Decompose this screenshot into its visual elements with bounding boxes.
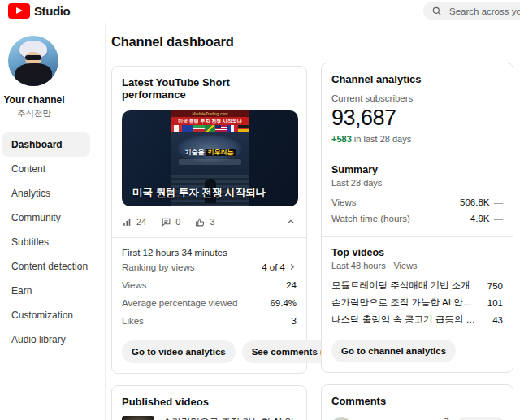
flags-row [171, 125, 249, 132]
search-bar[interactable] [423, 2, 520, 20]
sidebar-menu: Dashboard Content Analytics Community Su… [0, 132, 105, 352]
channel-analytics-card: Channel analytics Current subscribers 93… [321, 63, 514, 373]
published-video-row: 손가락만으로 조작 가능한 AI 안경의 미래 100 0 4 [122, 416, 297, 420]
sidebar-item-subtitles[interactable]: Subtitles [2, 230, 90, 254]
your-channel-label: Your channel [0, 94, 68, 106]
search-icon [431, 6, 443, 17]
top-video-row[interactable]: 모듈트레이딩 주식매매 기법 소개750 [332, 277, 503, 294]
youtube-play-icon [8, 3, 30, 19]
top-videos-title: Top videos [332, 247, 503, 258]
subscriber-delta: +583 in last 28 days [332, 134, 503, 144]
main-content: Channel dashboard Latest YouTube Short p… [106, 23, 520, 420]
go-to-video-analytics-button[interactable]: Go to video analytics [122, 340, 236, 363]
subscriber-count: 93,687 [332, 106, 503, 131]
published-video-thumbnail[interactable] [122, 416, 154, 420]
latest-short-card: Latest YouTube Short performance ModuleT… [111, 66, 307, 374]
sidebar-item-earn[interactable]: Earn [2, 279, 90, 303]
short-stats-row: 24 0 3 [122, 216, 297, 227]
summary-period: Last 28 days [332, 178, 503, 188]
summary-title: Summary [332, 164, 503, 175]
sidebar-item-customization[interactable]: Customization [2, 303, 90, 327]
top-video-row[interactable]: 손가락만으로 조작 가능한 AI 안경의 미래101 [332, 294, 503, 311]
page-title: Channel dashboard [111, 34, 307, 50]
short-card-title: Latest YouTube Short performance [122, 76, 297, 101]
sidebar-item-analytics[interactable]: Analytics [2, 181, 90, 206]
commenter-avatar[interactable] [332, 417, 351, 420]
comments-title: Comments [332, 395, 503, 407]
metric-views: Views24 [122, 276, 297, 293]
short-views: 24 [136, 217, 146, 227]
brand-text: Studio [34, 4, 70, 18]
sidebar-item-audio-library[interactable]: Audio library [2, 327, 90, 352]
views-chart-icon [122, 217, 132, 227]
top-video-row[interactable]: 나스닥 출렁임 속 콩고기 급등의 비밀43 [332, 311, 503, 328]
sidebar-item-content[interactable]: Content [2, 157, 90, 181]
trend-flat-icon: — [494, 214, 504, 223]
comments-card: Comments @babytalent1448 · 7 hours ago H… [321, 384, 514, 420]
search-input[interactable] [449, 6, 520, 16]
trend-flat-icon: — [494, 197, 504, 207]
chevron-right-icon [288, 262, 297, 271]
channel-analytics-title: Channel analytics [332, 73, 503, 85]
metric-likes: Likes3 [122, 312, 297, 329]
sidebar-item-community[interactable]: Community [2, 206, 90, 230]
summary-row-watch-time: Watch time (hours) 4.9K — [332, 210, 503, 227]
thumbs-up-icon [195, 217, 206, 227]
youtube-studio-logo[interactable]: Studio [8, 3, 70, 19]
published-video-title[interactable]: 손가락만으로 조작 가능한 AI 안경의 미래 [162, 416, 297, 420]
current-subscribers-label: Current subscribers [332, 93, 503, 103]
comment-time: · 7 hours ago [438, 417, 462, 420]
metric-ranking[interactable]: Ranking by views 4 of 4 [122, 258, 297, 275]
sidebar-item-content-detection[interactable]: Content detection [2, 254, 90, 279]
sidebar: Your channel 주식전망 Dashboard Content Anal… [0, 23, 106, 420]
channel-avatar[interactable] [8, 36, 58, 86]
go-to-channel-analytics-button[interactable]: Go to channel analytics [332, 340, 456, 362]
short-likes: 3 [210, 217, 214, 227]
short-comments: 0 [176, 217, 180, 227]
top-bar: Studio [0, 0, 520, 23]
top-videos-period: Last 48 hours · Views [332, 261, 503, 271]
channel-name: 주식전망 [0, 108, 68, 119]
thumbnail-headline: 미국 퀀텀 투자 전쟁 시작되나 [132, 186, 266, 200]
published-videos-card: Published videos 손가락만으로 조작 가능한 AI 안경의 미래… [111, 385, 307, 420]
first-hours-label: First 12 hours 34 minutes [122, 248, 297, 258]
divider [322, 154, 513, 154]
comment-item: @babytalent1448 · 7 hours ago Hehehe 😛 P… [332, 417, 503, 420]
divider [322, 236, 513, 237]
comments-icon [161, 217, 171, 227]
published-videos-title: Published videos [122, 396, 297, 408]
post-chip[interactable]: Post [459, 417, 503, 420]
short-video-thumbnail[interactable]: ModuleTrading.com 미국 퀀텀 투자 전쟁 시작되나 기술을 키… [122, 110, 298, 206]
summary-row-views: Views 506.8K — [332, 194, 503, 210]
metric-avg-percentage: Average percentage viewed69.4% [122, 294, 297, 311]
sidebar-item-dashboard[interactable]: Dashboard [2, 132, 90, 157]
divider [112, 237, 306, 238]
collapse-chevron-up-icon[interactable] [285, 216, 297, 227]
